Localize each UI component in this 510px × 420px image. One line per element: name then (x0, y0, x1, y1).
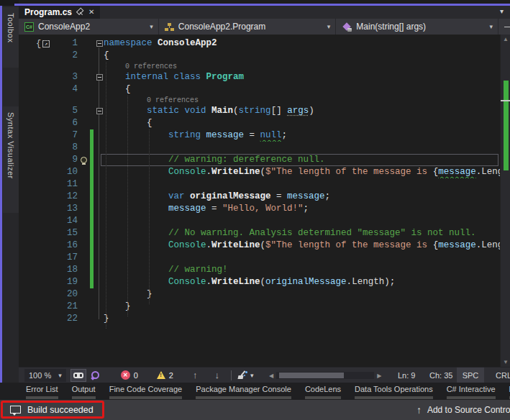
code-line-15[interactable]: 15 // No warning. Analysis determined "m… (19, 227, 500, 239)
build-status-annotation: Build succeeded (1, 401, 104, 419)
codelens-references-label[interactable]: 0 references (125, 63, 177, 70)
warning-filter-button[interactable]: 2 (155, 369, 176, 382)
horizontal-scrollbar[interactable]: ◀ ▶ (266, 370, 407, 380)
copilot-button[interactable] (70, 369, 86, 382)
change-bar (90, 142, 94, 154)
code-text: { (104, 83, 500, 96)
code-line-1[interactable]: {↗1namespace ConsoleApp2 (19, 37, 500, 50)
code-line-21[interactable]: 21 } (19, 301, 500, 313)
panel-tab-error-list[interactable]: Error List (24, 385, 60, 399)
pin-icon[interactable] (76, 8, 85, 17)
code-line-12[interactable]: 12 var originalMessage = message; (19, 191, 500, 203)
project-dropdown[interactable]: C# ConsoleApp2 ▾ (19, 19, 159, 35)
glyph-margin (19, 166, 65, 178)
fold-toggle-icon[interactable] (96, 40, 103, 47)
lightbulb-slot (78, 157, 89, 163)
scroll-right-icon[interactable]: ▶ (374, 373, 384, 379)
panel-tab-codelens[interactable]: CodeLens (303, 385, 343, 399)
glyph-margin (19, 129, 65, 142)
change-bar-margin (89, 83, 95, 96)
next-issue-button[interactable]: ↓ (206, 370, 228, 380)
type-dropdown[interactable]: ConsoleApp2.Program ▾ (159, 19, 337, 35)
caret-line-indicator: Ln: 9 (398, 368, 415, 383)
status-bar: Build succeeded ↑ Add to Source Control (0, 400, 510, 420)
glyph-margin (19, 178, 65, 191)
panel-tab-deve[interactable]: Deve (507, 385, 510, 399)
error-icon: ✕ (121, 370, 130, 380)
add-to-source-control-label: Add to Source Control (427, 405, 510, 415)
code-line-13[interactable]: 13 message = "Hello, World!"; (19, 203, 500, 215)
spaces-indicator[interactable]: SPC (457, 368, 484, 383)
code-line-20[interactable]: 20 } (19, 288, 500, 301)
tab-list-chevron-icon[interactable]: ▾ (500, 7, 504, 15)
code-text: Console.WriteLine($"The length of the me… (104, 166, 500, 178)
lightbulb-icon[interactable] (81, 157, 87, 163)
change-bar-margin (89, 252, 95, 264)
copilot-chat-button[interactable] (89, 369, 101, 382)
output-window-icon (10, 406, 21, 414)
line-number: 15 (65, 227, 78, 239)
code-line-19[interactable]: 19 Console.WriteLine(originalMessage.Len… (19, 276, 500, 288)
code-line-5[interactable]: 5 static void Main(string[] args) (19, 105, 500, 117)
vertical-scrollbar[interactable]: ▲ ▼ (500, 35, 510, 367)
code-line-16[interactable]: 16 Console.WriteLine($"The length of the… (19, 239, 500, 252)
change-bar-margin (89, 264, 95, 276)
copilot-icon (73, 373, 83, 378)
previous-issue-button[interactable]: ↑ (184, 370, 206, 380)
code-line-9[interactable]: 9 // warning: dereference null. (19, 154, 500, 166)
code-line-11[interactable]: 11 (19, 178, 500, 191)
line-ending-indicator[interactable]: CRLF (488, 368, 510, 383)
member-dropdown[interactable]: Main(string[] args) ▾ (336, 19, 498, 35)
panel-tab-fine-code-coverage[interactable]: Fine Code Coverage (107, 385, 185, 399)
error-filter-button[interactable]: ✕ 0 (119, 369, 140, 382)
publish-arrow-icon: ↑ (416, 404, 422, 416)
horizontal-scroll-track[interactable] (276, 372, 374, 379)
change-bar-margin (89, 71, 95, 83)
code-line-18[interactable]: 18 // warning! (19, 264, 500, 276)
code-line-6[interactable]: 6 { (19, 117, 500, 129)
code-line-7[interactable]: 7 string message = null; (19, 129, 500, 142)
code-line-17[interactable]: 17 (19, 252, 500, 264)
code-lines: {↗1namespace ConsoleApp22{0 references3 … (19, 37, 500, 325)
code-editor[interactable]: {↗1namespace ConsoleApp22{0 references3 … (19, 35, 500, 367)
code-line-14[interactable]: 14 (19, 215, 500, 227)
copilot-chat-icon (91, 371, 99, 379)
codelens-row[interactable]: 0 references (19, 62, 500, 71)
scroll-left-icon[interactable]: ◀ (266, 373, 276, 379)
fold-toggle-icon[interactable] (96, 74, 103, 81)
document-tab-program-cs[interactable]: Program.cs ✕ (19, 6, 100, 19)
line-number: 2 (65, 50, 78, 62)
change-bar-margin (89, 154, 95, 166)
project-dropdown-label: ConsoleApp2 (38, 22, 90, 32)
scroll-up-icon[interactable]: ▲ (501, 36, 510, 42)
vs-window: Toolbox Syntax Visualizer Program.cs ✕ ▾… (0, 0, 510, 420)
fold-toggle-icon[interactable] (96, 108, 103, 114)
code-line-22[interactable]: 22} (19, 313, 500, 325)
panel-tab-output[interactable]: Output (70, 385, 98, 399)
scroll-down-icon[interactable]: ▼ (501, 359, 510, 365)
close-icon[interactable]: ✕ (88, 9, 94, 16)
change-bar-margin (89, 301, 95, 313)
panel-tab-c-interactive[interactable]: C# Interactive (445, 385, 498, 399)
add-to-source-control-button[interactable]: ↑ Add to Source Control (416, 400, 510, 420)
panel-tab-package-manager-console[interactable]: Package Manager Console (193, 385, 293, 399)
sidebar-tab-syntax-visualizer[interactable]: Syntax Visualizer (3, 106, 19, 213)
code-line-3[interactable]: 3 internal class Program (19, 71, 500, 83)
code-text: { (104, 50, 500, 62)
line-number: 7 (65, 129, 78, 142)
change-bar-margin (89, 276, 95, 288)
editor-status-toolbar: 100 % ▾ ✕ 0 2 ↑ ↓ ▾ ◀ (19, 367, 510, 383)
code-line-8[interactable]: 8 (19, 142, 500, 154)
code-line-4[interactable]: 4 { (19, 83, 500, 96)
zoom-level-dropdown[interactable]: 100 % ▾ (24, 369, 66, 382)
panel-tab-data-tools-operations[interactable]: Data Tools Operations (352, 385, 435, 399)
code-cleanup-button[interactable]: ▾ (234, 369, 256, 382)
codelens-references-label[interactable]: 0 references (147, 96, 199, 104)
sidebar-tab-toolbox[interactable]: Toolbox (3, 7, 19, 68)
split-editor-button[interactable] (498, 19, 510, 35)
codelens-row[interactable]: 0 references (19, 96, 500, 105)
code-line-10[interactable]: 10 Console.WriteLine($"The length of the… (19, 166, 500, 178)
horizontal-scroll-thumb[interactable] (279, 373, 344, 378)
code-line-2[interactable]: 2{ (19, 50, 500, 62)
change-bar (90, 239, 94, 252)
